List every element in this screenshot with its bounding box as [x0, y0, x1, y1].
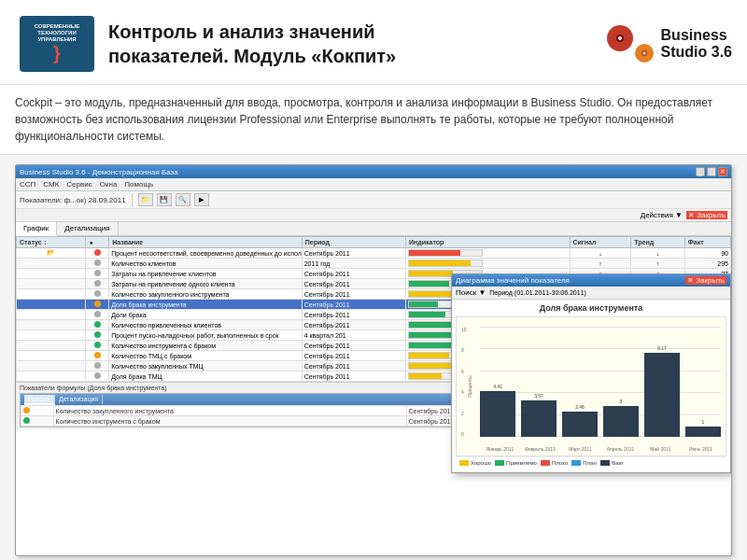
table-row[interactable]: 📂Процент несоответствий, своевременно до…: [17, 248, 731, 259]
brand-name: Business: [661, 27, 732, 44]
chart-content: Доля брака инструмента 10 8 6 4 2 0: [452, 300, 730, 472]
chart-bar: 1: [685, 427, 721, 437]
chart-close-button[interactable]: ✕ Закрыть: [685, 276, 726, 285]
toolbar-btn-1[interactable]: 📁: [138, 193, 153, 206]
menu-ssp[interactable]: ССП: [20, 180, 35, 189]
close-button[interactable]: ✕ Закрыть: [686, 211, 727, 219]
title-bar-buttons: _ □ ✕: [696, 167, 727, 176]
row-name: Количество ТМЦ с браком: [109, 351, 303, 361]
menu-windows[interactable]: Окна: [100, 180, 118, 189]
legend-color-swatch: [495, 460, 504, 466]
col-status[interactable]: Статус ↕: [17, 237, 86, 248]
chart-bar: 8.17: [644, 353, 680, 437]
row-status: [17, 351, 86, 361]
legend-color-swatch: [541, 460, 550, 466]
y-tick-10: 10: [461, 327, 467, 332]
row-dot: [86, 341, 109, 351]
menu-smk[interactable]: СМК: [43, 180, 59, 189]
row-period: Сентябрь 2011: [302, 269, 405, 279]
row-status: [17, 361, 86, 371]
chart-period-label: Период (01.01.2011-30.06.2011): [489, 289, 726, 296]
toolbar-btn-4[interactable]: ▶: [194, 193, 209, 206]
row-period: Сентябрь 2011: [302, 341, 405, 351]
minimize-button[interactable]: _: [696, 167, 705, 176]
chart-bar-group: 3: [603, 406, 639, 437]
row-period: 2011 год: [302, 259, 405, 269]
row-trend: ↓: [631, 248, 685, 259]
maximize-button[interactable]: □: [707, 167, 716, 176]
row-dot: [86, 300, 109, 310]
row-dot: [86, 361, 109, 371]
app-toolbar: Показатели: ф...ок) 28.09.2011 📁 💾 🔍 ▶: [16, 191, 731, 209]
row-name: Количество инструмента с браком: [109, 341, 303, 351]
bar-value-label: 2.46: [562, 404, 598, 410]
legend-label: Хорошо: [471, 460, 491, 466]
legend-item: Плохо: [541, 460, 568, 466]
row-period: Сентябрь 2011: [302, 351, 405, 361]
menu-help[interactable]: Помощь: [124, 180, 153, 189]
sub-tab-graph[interactable]: График: [24, 395, 55, 405]
row-period: Сентябрь 2011: [302, 361, 405, 371]
company-logo: СОВРЕМЕННЫЕ ТЕХНОЛОГИИ УПРАВЛЕНИЯ }: [15, 11, 99, 77]
row-status: [17, 300, 86, 310]
col-trend: Тренд: [631, 237, 685, 248]
tab-graph[interactable]: График: [16, 222, 57, 236]
sub-tabs: График Детализация: [24, 395, 103, 404]
title-area: Контроль и анализ значений показателей. …: [99, 20, 607, 68]
actions-dropdown[interactable]: Действия ▼: [641, 211, 683, 219]
row-dot: [86, 320, 109, 330]
row-period: 4 квартал 201: [302, 330, 405, 341]
row-name: Затраты на привлечение одного клиента: [109, 279, 303, 289]
chart-bar: 3.57: [521, 400, 557, 437]
menu-service[interactable]: Сервис: [66, 180, 92, 189]
legend-label: Приемлемо: [506, 460, 537, 466]
gear-small-icon: [635, 44, 654, 63]
toolbar-btn-3[interactable]: 🔍: [176, 193, 190, 206]
chart-bar-group: 3.57: [521, 400, 557, 437]
chart-area: 10 8 6 4 2 0: [456, 316, 726, 456]
table-row[interactable]: Количество клиентов2011 год↑↑295: [17, 259, 731, 269]
chart-bar: 2.46: [562, 412, 598, 437]
tab-detail[interactable]: Детализация: [57, 222, 118, 235]
y-axis-label: Проценты: [467, 375, 472, 397]
close-window-button[interactable]: ✕: [718, 167, 727, 176]
row-name: Процент пуско-наладочных работ, выполнен…: [109, 330, 303, 341]
chart-dialog: Диаграмма значений показателя ✕ Закрыть …: [451, 273, 731, 473]
svg-point-3: [642, 52, 645, 55]
chart-bar-group: 4.41: [480, 391, 515, 437]
row-name: Доля брака ТМЦ: [109, 371, 303, 382]
h-line: [480, 348, 721, 349]
row-indicator: [405, 248, 570, 259]
svg-point-1: [618, 36, 622, 40]
brand-version: Studio 3.6: [661, 44, 732, 61]
row-dot: [86, 351, 109, 361]
chart-search-dropdown[interactable]: Поиск ▼: [456, 288, 486, 297]
row-status: [17, 259, 86, 269]
toolbar-btn-2[interactable]: 💾: [157, 193, 172, 206]
chart-bars: 4.413.572.4638.171: [480, 353, 721, 437]
app-tabs: График Детализация: [16, 222, 731, 236]
col-period[interactable]: Период: [302, 237, 405, 248]
formula-label: Показатели формулы (Доля брака инструмен…: [20, 385, 167, 391]
row-name: Затраты на привлечение клиентов: [109, 269, 303, 279]
row-name: Доли брака: [109, 310, 303, 320]
row-name: Количество закупленного инструмента: [109, 289, 303, 300]
row-dot: [86, 279, 109, 289]
col-name[interactable]: Название: [109, 237, 303, 248]
row-status: [17, 330, 86, 341]
logo-text2: ТЕХНОЛОГИИ: [37, 30, 76, 36]
y-tick-2: 2: [461, 411, 467, 416]
legend-color-swatch: [571, 460, 581, 466]
x-axis-label: Январь 2011: [480, 446, 520, 452]
col-indicator: Индикатор: [405, 237, 570, 248]
row-dot: [86, 310, 109, 320]
chart-bar-group: 8.17: [644, 353, 680, 437]
legend-item: Приемлемо: [495, 460, 537, 466]
table-area: Статус ↕ ● Название Период Индикатор Сиг…: [16, 236, 731, 555]
legend-item: Хорошо: [459, 460, 491, 466]
legend-item: План: [571, 460, 596, 466]
h-line: [480, 327, 721, 328]
sub-tab-detail[interactable]: Детализация: [55, 395, 103, 404]
page-title: Контроль и анализ значений показателей. …: [108, 20, 607, 68]
sub-row-dot: [21, 406, 54, 416]
